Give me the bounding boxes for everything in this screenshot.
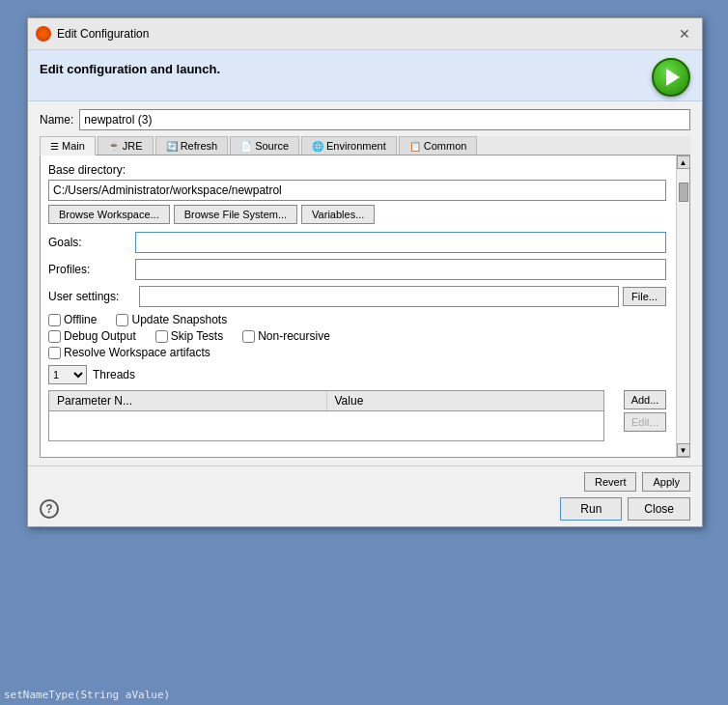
dialog-footer: Revert Apply ? Run Close bbox=[28, 465, 702, 526]
profiles-row: Profiles: bbox=[48, 259, 682, 280]
close-button[interactable]: Close bbox=[628, 497, 690, 521]
code-background-text: setNameType(String aValue) bbox=[0, 685, 174, 705]
threads-select[interactable]: 1 2 4 bbox=[48, 365, 87, 384]
skip-tests-label: Skip Tests bbox=[171, 329, 223, 343]
name-input[interactable] bbox=[79, 109, 690, 130]
table-wrapper: Parameter N... Value bbox=[48, 390, 620, 441]
non-recursive-checkbox-item[interactable]: Non-recursive bbox=[242, 329, 330, 343]
tab-main-label: Main bbox=[62, 140, 85, 152]
checkboxes-area: Offline Update Snapshots Debug Output Sk… bbox=[48, 313, 682, 359]
tab-main[interactable]: ☰ Main bbox=[40, 136, 96, 155]
scroll-down-button[interactable]: ▼ bbox=[677, 443, 690, 457]
user-settings-input[interactable] bbox=[139, 286, 619, 307]
debug-output-checkbox[interactable] bbox=[48, 330, 61, 343]
help-button[interactable]: ? bbox=[40, 499, 59, 519]
dialog-header: Edit configuration and launch. bbox=[28, 50, 702, 101]
profiles-label: Profiles: bbox=[48, 263, 135, 276]
revert-apply-row: Revert Apply bbox=[40, 472, 690, 492]
table-col1-header: Parameter N... bbox=[49, 391, 327, 410]
tab-source-label: Source bbox=[255, 140, 289, 152]
non-recursive-checkbox[interactable] bbox=[242, 330, 255, 343]
table-col2-header: Value bbox=[327, 391, 604, 410]
refresh-tab-icon: 🔄 bbox=[166, 141, 178, 152]
file-button[interactable]: File... bbox=[623, 287, 666, 306]
add-parameter-button[interactable]: Add... bbox=[624, 390, 666, 409]
close-dialog-button[interactable]: ✕ bbox=[675, 24, 694, 43]
main-tab-icon: ☰ bbox=[50, 141, 59, 152]
tab-content-area: ▲ ▼ Base directory: Browse Workspace... … bbox=[40, 155, 690, 458]
goals-row: Goals: bbox=[48, 232, 682, 253]
dialog-header-title: Edit configuration and launch. bbox=[40, 58, 220, 76]
name-label: Name: bbox=[40, 113, 73, 127]
checkbox-row-2: Debug Output Skip Tests Non-recursive bbox=[48, 329, 666, 343]
variables-button[interactable]: Variables... bbox=[301, 205, 375, 224]
revert-button[interactable]: Revert bbox=[584, 472, 636, 492]
update-snapshots-label: Update Snapshots bbox=[131, 313, 227, 326]
update-snapshots-checkbox[interactable] bbox=[116, 314, 128, 326]
table-header: Parameter N... Value bbox=[49, 391, 603, 411]
goals-label: Goals: bbox=[48, 236, 135, 249]
threads-row: 1 2 4 Threads bbox=[48, 365, 682, 384]
tab-jre[interactable]: ☕ JRE bbox=[98, 136, 154, 155]
base-dir-label: Base directory: bbox=[48, 163, 682, 177]
resolve-workspace-label: Resolve Workspace artifacts bbox=[64, 346, 210, 359]
profiles-input[interactable] bbox=[135, 259, 666, 280]
offline-label: Offline bbox=[64, 313, 97, 326]
title-bar-left: Edit Configuration bbox=[36, 26, 149, 42]
run-icon-button[interactable] bbox=[652, 58, 690, 97]
apply-button[interactable]: Apply bbox=[642, 472, 690, 492]
user-settings-label: User settings: bbox=[48, 290, 135, 303]
jre-tab-icon: ☕ bbox=[108, 141, 120, 152]
user-settings-row: User settings: File... bbox=[48, 286, 682, 307]
tab-jre-label: JRE bbox=[123, 140, 143, 152]
offline-checkbox[interactable] bbox=[48, 314, 61, 326]
checkbox-row-3: Resolve Workspace artifacts bbox=[48, 346, 666, 359]
browse-workspace-button[interactable]: Browse Workspace... bbox=[48, 205, 170, 224]
edit-configuration-dialog: Edit Configuration ✕ Edit configuration … bbox=[27, 17, 703, 527]
name-row: Name: bbox=[40, 109, 690, 130]
resolve-workspace-checkbox[interactable] bbox=[48, 347, 61, 359]
browse-filesystem-button[interactable]: Browse File System... bbox=[174, 205, 297, 224]
tab-source[interactable]: 📄 Source bbox=[230, 136, 299, 155]
dialog-body: Name: ☰ Main ☕ JRE 🔄 Refresh 📄 Source 🌐 bbox=[28, 101, 702, 465]
scroll-thumb[interactable] bbox=[679, 183, 688, 202]
env-tab-icon: 🌐 bbox=[312, 141, 323, 152]
offline-checkbox-item[interactable]: Offline bbox=[48, 313, 97, 326]
resolve-workspace-checkbox-item[interactable]: Resolve Workspace artifacts bbox=[48, 346, 210, 359]
tab-environment[interactable]: 🌐 Environment bbox=[301, 136, 397, 155]
debug-output-label: Debug Output bbox=[64, 329, 136, 343]
common-tab-icon: 📋 bbox=[409, 141, 421, 152]
source-tab-icon: 📄 bbox=[240, 141, 252, 152]
base-dir-input[interactable] bbox=[48, 180, 666, 201]
update-snapshots-checkbox-item[interactable]: Update Snapshots bbox=[116, 313, 227, 326]
tab-refresh-label: Refresh bbox=[181, 140, 218, 152]
run-close-buttons: Run Close bbox=[560, 497, 690, 521]
run-button[interactable]: Run bbox=[560, 497, 622, 521]
dialog-icon bbox=[36, 26, 51, 42]
edit-parameter-button[interactable]: Edit... bbox=[624, 412, 666, 432]
non-recursive-label: Non-recursive bbox=[258, 329, 330, 343]
parameter-table: Parameter N... Value bbox=[48, 390, 604, 441]
parameter-table-area: Parameter N... Value Add... Edit... bbox=[48, 390, 682, 441]
tab-common[interactable]: 📋 Common bbox=[399, 136, 478, 155]
threads-label: Threads bbox=[93, 368, 135, 381]
tab-refresh[interactable]: 🔄 Refresh bbox=[155, 136, 229, 155]
browse-buttons-row: Browse Workspace... Browse File System..… bbox=[48, 205, 682, 224]
tab-environment-label: Environment bbox=[326, 140, 386, 152]
goals-input[interactable] bbox=[135, 232, 666, 253]
tabs-bar: ☰ Main ☕ JRE 🔄 Refresh 📄 Source 🌐 Enviro… bbox=[40, 136, 690, 155]
checkbox-row-1: Offline Update Snapshots bbox=[48, 313, 666, 326]
dialog-title: Edit Configuration bbox=[57, 27, 149, 41]
table-side-buttons: Add... Edit... bbox=[624, 390, 682, 441]
title-bar: Edit Configuration ✕ bbox=[28, 18, 702, 50]
debug-output-checkbox-item[interactable]: Debug Output bbox=[48, 329, 136, 343]
skip-tests-checkbox-item[interactable]: Skip Tests bbox=[155, 329, 223, 343]
run-close-row: ? Run Close bbox=[40, 497, 690, 521]
skip-tests-checkbox[interactable] bbox=[155, 330, 168, 343]
scrollbar[interactable]: ▲ ▼ bbox=[676, 155, 689, 457]
tab-common-label: Common bbox=[424, 140, 467, 152]
table-body bbox=[49, 411, 603, 440]
scroll-up-button[interactable]: ▲ bbox=[677, 155, 690, 169]
